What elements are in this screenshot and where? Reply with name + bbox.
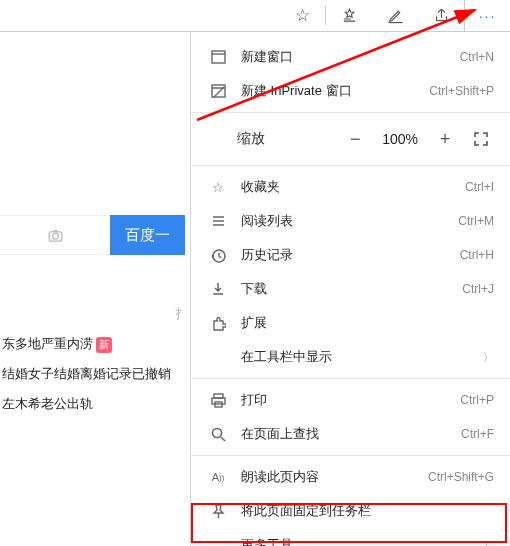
puzzle-icon (209, 316, 227, 331)
svg-point-1 (52, 233, 58, 239)
pen-icon (387, 7, 404, 24)
menu-extensions[interactable]: 扩展 (191, 306, 510, 340)
menu-shortcut: Ctrl+Shift+P (429, 84, 494, 98)
news-text: 左木希老公出轨 (2, 396, 93, 411)
list-item[interactable]: 左木希老公出轨 (2, 395, 185, 413)
dots-icon: ··· (479, 8, 497, 24)
menu-divider (191, 112, 510, 113)
menu-shortcut: Ctrl+I (465, 180, 494, 194)
chevron-right-icon: 〉 (483, 350, 494, 365)
refresh-hint: 扌 (175, 305, 188, 323)
menu-label: 新建窗口 (241, 48, 446, 66)
fullscreen-button[interactable] (468, 126, 494, 152)
star-rays-icon (341, 7, 358, 24)
window-icon (209, 50, 227, 64)
share-button[interactable] (418, 0, 464, 31)
browser-toolbar: ☆ ··· (0, 0, 510, 32)
pin-icon (209, 504, 227, 519)
hot-badge: 新 (96, 337, 112, 353)
menu-shortcut: Ctrl+F (461, 427, 494, 441)
news-text: 东多地严重内涝 (2, 336, 93, 351)
notes-button[interactable] (372, 0, 418, 31)
add-favorite-button[interactable]: ☆ (279, 0, 325, 31)
menu-read-aloud[interactable]: A)) 朗读此页内容 Ctrl+Shift+G (191, 460, 510, 494)
menu-label: 将此页面固定到任务栏 (241, 502, 494, 520)
menu-pin-taskbar[interactable]: 将此页面固定到任务栏 (191, 494, 510, 528)
menu-shortcut: Ctrl+P (460, 393, 494, 407)
list-icon (209, 214, 227, 228)
menu-shortcut: Ctrl+H (460, 248, 494, 262)
menu-zoom: 缩放 − 100% + (191, 117, 510, 161)
menu-show-in-toolbar[interactable]: 在工具栏中显示 〉 (191, 340, 510, 374)
history-icon (209, 248, 227, 263)
menu-label: 新建 InPrivate 窗口 (241, 82, 415, 100)
menu-new-window[interactable]: 新建窗口 Ctrl+N (191, 40, 510, 74)
print-icon (209, 393, 227, 408)
list-item[interactable]: 结婚女子结婚离婚记录已撤销 (2, 365, 185, 383)
list-item[interactable]: 东多地严重内涝新 (2, 335, 185, 353)
news-text: 结婚女子结婚离婚记录已撤销 (2, 366, 171, 381)
svg-rect-3 (212, 85, 225, 97)
menu-label: 扩展 (241, 314, 494, 332)
svg-point-8 (212, 428, 221, 437)
menu-label: 打印 (241, 391, 446, 409)
zoom-value: 100% (378, 131, 422, 147)
search-button-label: 百度一 (125, 226, 170, 245)
menu-shortcut: Ctrl+J (462, 282, 494, 296)
news-list: 东多地严重内涝新 结婚女子结婚离婚记录已撤销 左木希老公出轨 (0, 335, 185, 413)
zoom-out-button[interactable]: − (342, 126, 368, 152)
search-icon (209, 427, 227, 442)
inprivate-icon (209, 84, 227, 98)
zoom-label: 缩放 (237, 130, 332, 148)
menu-label: 历史记录 (241, 246, 446, 264)
menu-label: 朗读此页内容 (241, 468, 414, 486)
menu-shortcut: Ctrl+N (460, 50, 494, 64)
menu-divider (191, 455, 510, 456)
search-bar-fragment: 百度一 (0, 215, 185, 255)
download-icon (209, 282, 227, 297)
menu-history[interactable]: 历史记录 Ctrl+H (191, 238, 510, 272)
svg-rect-2 (212, 51, 225, 63)
menu-label: 下载 (241, 280, 448, 298)
menu-divider (191, 165, 510, 166)
menu-more-tools[interactable]: 更多工具 〉 (191, 528, 510, 546)
menu-label: 在工具栏中显示 (241, 348, 473, 366)
camera-icon (47, 227, 64, 244)
menu-favorites[interactable]: ☆ 收藏夹 Ctrl+I (191, 170, 510, 204)
zoom-in-button[interactable]: + (432, 126, 458, 152)
menu-print[interactable]: 打印 Ctrl+P (191, 383, 510, 417)
chevron-right-icon: 〉 (483, 538, 494, 547)
menu-label: 更多工具 (241, 536, 473, 546)
menu-shortcut: Ctrl+Shift+G (428, 470, 494, 484)
svg-rect-6 (212, 398, 225, 404)
share-icon (433, 7, 450, 24)
expand-icon (474, 132, 488, 146)
menu-label: 在页面上查找 (241, 425, 447, 443)
more-menu: 新建窗口 Ctrl+N 新建 InPrivate 窗口 Ctrl+Shift+P… (190, 32, 510, 546)
menu-label: 阅读列表 (241, 212, 444, 230)
read-aloud-icon: A)) (209, 471, 227, 483)
more-menu-button[interactable]: ··· (464, 0, 510, 31)
star-icon: ☆ (209, 180, 227, 195)
menu-divider (191, 378, 510, 379)
menu-find[interactable]: 在页面上查找 Ctrl+F (191, 417, 510, 451)
star-outline-icon: ☆ (295, 5, 310, 26)
menu-label: 收藏夹 (241, 178, 451, 196)
menu-reading-list[interactable]: 阅读列表 Ctrl+M (191, 204, 510, 238)
menu-shortcut: Ctrl+M (458, 214, 494, 228)
menu-new-inprivate[interactable]: 新建 InPrivate 窗口 Ctrl+Shift+P (191, 74, 510, 108)
menu-downloads[interactable]: 下载 Ctrl+J (191, 272, 510, 306)
camera-button[interactable] (0, 215, 110, 255)
favorites-hub-button[interactable] (326, 0, 372, 31)
search-submit-button[interactable]: 百度一 (110, 215, 185, 255)
